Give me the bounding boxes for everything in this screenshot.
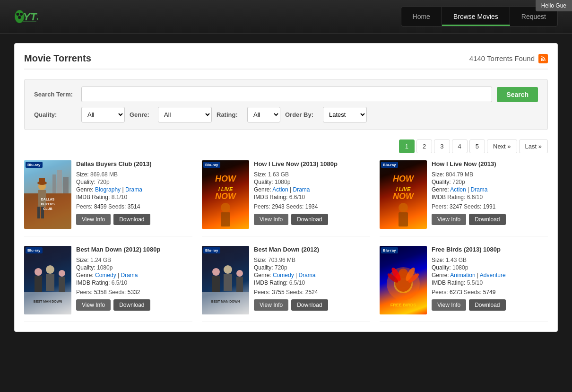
action-buttons: View Info Download <box>432 299 548 311</box>
search-input[interactable] <box>81 87 492 102</box>
movie-size: Size: 703.96 MB <box>254 257 370 263</box>
header: YTS Home Browse Movies Request <box>0 0 572 34</box>
movie-imdb: IMDB Rating: 5.5/10 <box>432 279 548 286</box>
movie-title: Best Man Down (2012) 1080p <box>76 246 192 254</box>
svg-point-2 <box>20 13 23 16</box>
svg-text:DALLAS: DALLAS <box>41 198 55 201</box>
svg-point-44 <box>212 268 220 276</box>
svg-point-39 <box>59 270 65 277</box>
movie-quality: Quality: 1080p <box>254 179 370 185</box>
order-select[interactable]: Latest Oldest Rating Seeds Peers <box>323 107 367 122</box>
movie-size: Size: 869.68 MB <box>76 171 192 178</box>
view-info-button[interactable]: View Info <box>254 214 288 225</box>
svg-rect-36 <box>35 276 42 292</box>
rss-icon[interactable] <box>538 54 548 63</box>
svg-point-35 <box>35 268 42 276</box>
view-info-button[interactable]: View Info <box>254 299 288 311</box>
genre-select[interactable]: All Action Animation Biography Comedy Dr… <box>158 107 212 122</box>
filter-row: Quality: All 720p 1080p 3D Genre: All Ac… <box>34 107 538 122</box>
svg-rect-33 <box>399 212 408 226</box>
nav-browse[interactable]: Browse Movies <box>442 7 510 26</box>
movie-quality: Quality: 720p <box>432 179 548 185</box>
movie-card: Blu-ray <box>380 246 548 322</box>
rating-select[interactable]: All 5+ 6+ 7+ 8+ <box>247 107 280 122</box>
quality-select[interactable]: All 720p 1080p 3D <box>81 107 125 122</box>
movie-poster: Blu-ray <box>380 246 427 314</box>
genre-label: Genre: <box>130 111 153 118</box>
svg-text:FREE BIRDS: FREE BIRDS <box>390 303 416 307</box>
svg-rect-49 <box>236 277 243 292</box>
svg-rect-15 <box>37 207 40 218</box>
svg-text:YTS: YTS <box>23 11 38 23</box>
svg-rect-9 <box>52 174 56 193</box>
movie-title: Dallas Buyers Club (2013) <box>76 160 192 168</box>
movie-card: Blu-ray BEST MAN DOWN <box>202 246 370 322</box>
page-1-button[interactable]: 1 <box>399 139 415 153</box>
view-info-button[interactable]: View Info <box>432 214 466 225</box>
movie-size: Size: 804.79 MB <box>432 171 548 178</box>
page-4-button[interactable]: 4 <box>452 139 468 153</box>
peers-seeds: Peers: 3247 Seeds: 1991 <box>432 203 548 210</box>
svg-text:HOW: HOW <box>215 174 237 183</box>
last-button[interactable]: Last » <box>519 139 548 153</box>
movie-size: Size: 1.24 GB <box>76 257 192 263</box>
movie-imdb: IMDB Rating: 6.6/10 <box>432 194 548 200</box>
search-button[interactable]: Search <box>497 87 538 102</box>
movie-info: Best Man Down (2012) Size: 703.96 MB Qua… <box>254 246 370 314</box>
main-nav: Home Browse Movies Request <box>401 7 558 26</box>
download-button[interactable]: Download <box>291 214 328 225</box>
movie-card: Blu-ray <box>24 160 192 236</box>
movie-title: How I Live Now (2013) <box>432 160 548 168</box>
movie-info: How I Live Now (2013) 1080p Size: 1.63 G… <box>254 160 370 229</box>
movie-info: Best Man Down (2012) 1080p Size: 1.24 GB… <box>76 246 192 314</box>
download-button[interactable]: Download <box>469 214 505 225</box>
movie-poster: Blu-ray <box>24 160 71 229</box>
movie-imdb: IMDB Rating: 6.6/10 <box>254 194 370 200</box>
search-term-label: Search Term: <box>34 91 77 98</box>
page-3-button[interactable]: 3 <box>434 139 450 153</box>
movie-imdb: IMDB Rating: 6.5/10 <box>254 279 370 286</box>
svg-text:CLUB: CLUB <box>43 207 52 210</box>
svg-text:BEST MAN DOWN: BEST MAN DOWN <box>34 300 62 303</box>
bluray-badge: Blu-ray <box>26 247 43 253</box>
search-form: Search Term: Search Quality: All 720p 10… <box>24 79 548 130</box>
movie-card: Blu-ray BEST MAN DOWN <box>24 246 192 322</box>
movie-quality: Quality: 720p <box>254 264 370 271</box>
action-buttons: View Info Download <box>76 299 192 311</box>
svg-rect-47 <box>224 274 232 291</box>
view-info-button[interactable]: View Info <box>432 299 466 311</box>
movie-genre: Genre: Biography | Drama <box>76 186 192 193</box>
order-label: Order By: <box>285 111 318 118</box>
svg-rect-38 <box>46 274 54 291</box>
peers-seeds: Peers: 8459 Seeds: 3514 <box>76 203 192 210</box>
download-button[interactable]: Download <box>113 214 150 225</box>
page-2-button[interactable]: 2 <box>416 139 432 153</box>
page-5-button[interactable]: 5 <box>469 139 485 153</box>
movie-genre: Genre: Comedy | Drama <box>76 272 192 279</box>
next-button[interactable]: Next » <box>487 139 517 153</box>
nav-home[interactable]: Home <box>401 7 442 26</box>
peers-seeds: Peers: 3755 Seeds: 2524 <box>254 289 370 296</box>
movie-imdb: IMDB Rating: 6.5/10 <box>76 279 192 286</box>
svg-text:BEST MAN DOWN: BEST MAN DOWN <box>211 300 240 303</box>
svg-point-48 <box>236 270 243 277</box>
peers-seeds: Peers: 6273 Seeds: 5749 <box>432 289 548 296</box>
view-info-button[interactable]: View Info <box>76 299 111 311</box>
svg-rect-40 <box>59 277 65 292</box>
svg-rect-11 <box>63 177 69 193</box>
movie-genre: Genre: Comedy | Drama <box>254 272 370 279</box>
svg-point-1 <box>16 13 19 16</box>
movie-info: Free Birds (2013) 1080p Size: 1.43 GB Qu… <box>432 246 548 314</box>
view-info-button[interactable]: View Info <box>76 214 111 225</box>
bluray-badge: Blu-ray <box>203 247 220 253</box>
page-title: Movie Torrents <box>24 53 91 64</box>
logo-icon: YTS <box>14 5 38 28</box>
download-button[interactable]: Download <box>113 299 150 311</box>
movie-title: Best Man Down (2012) <box>254 246 370 254</box>
download-button[interactable]: Download <box>469 299 505 311</box>
download-button[interactable]: Download <box>291 299 328 311</box>
svg-text:NOW: NOW <box>393 192 415 201</box>
guest-button[interactable]: Hello Gue <box>536 0 572 11</box>
rating-label: Rating: <box>217 111 243 118</box>
svg-rect-50 <box>202 292 249 314</box>
